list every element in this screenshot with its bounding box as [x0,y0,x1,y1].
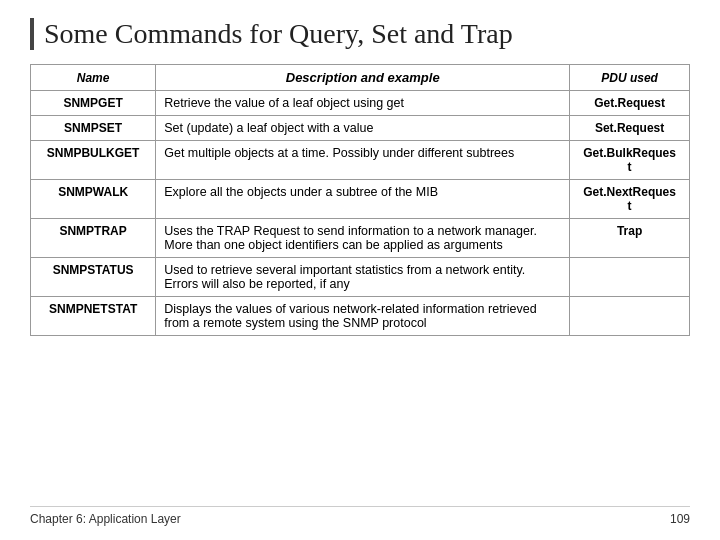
page-title: Some Commands for Query, Set and Trap [30,18,690,50]
table-row: SNMPBULKGET Get multiple objects at a ti… [31,141,690,180]
col-header-desc: Description and example [156,65,570,91]
cell-name: SNMPWALK [31,180,156,219]
cell-description: Retrieve the value of a leaf object usin… [156,91,570,116]
cell-pdu: Get.BulkRequest [570,141,690,180]
table-row: SNMPWALK Explore all the objects under a… [31,180,690,219]
footer: Chapter 6: Application Layer 109 [30,506,690,526]
col-header-pdu: PDU used [570,65,690,91]
col-header-name: Name [31,65,156,91]
cell-pdu: Get.Request [570,91,690,116]
cell-name: SNMPNETSTAT [31,297,156,336]
cell-pdu [570,258,690,297]
cell-description: Displays the values of various network-r… [156,297,570,336]
cell-description: Uses the TRAP Request to send informatio… [156,219,570,258]
commands-table: Name Description and example PDU used SN… [30,64,690,336]
cell-name: SNMPTRAP [31,219,156,258]
table-header-row: Name Description and example PDU used [31,65,690,91]
table-row: SNMPNETSTAT Displays the values of vario… [31,297,690,336]
cell-pdu: Trap [570,219,690,258]
cell-name: SNMPSTATUS [31,258,156,297]
page-number: 109 [670,512,690,526]
table-row: SNMPTRAP Uses the TRAP Request to send i… [31,219,690,258]
cell-pdu [570,297,690,336]
chapter-label: Chapter 6: Application Layer [30,512,181,526]
cell-pdu: Set.Request [570,116,690,141]
table-container: Name Description and example PDU used SN… [30,64,690,498]
cell-name: SNMPBULKGET [31,141,156,180]
table-row: SNMPSET Set (update) a leaf object with … [31,116,690,141]
page: Some Commands for Query, Set and Trap Na… [0,0,720,540]
table-row: SNMPGET Retrieve the value of a leaf obj… [31,91,690,116]
cell-description: Get multiple objects at a time. Possibly… [156,141,570,180]
cell-pdu: Get.NextRequest [570,180,690,219]
cell-name: SNMPSET [31,116,156,141]
table-row: SNMPSTATUS Used to retrieve several impo… [31,258,690,297]
cell-description: Set (update) a leaf object with a value [156,116,570,141]
cell-description: Explore all the objects under a subtree … [156,180,570,219]
cell-description: Used to retrieve several important stati… [156,258,570,297]
cell-name: SNMPGET [31,91,156,116]
